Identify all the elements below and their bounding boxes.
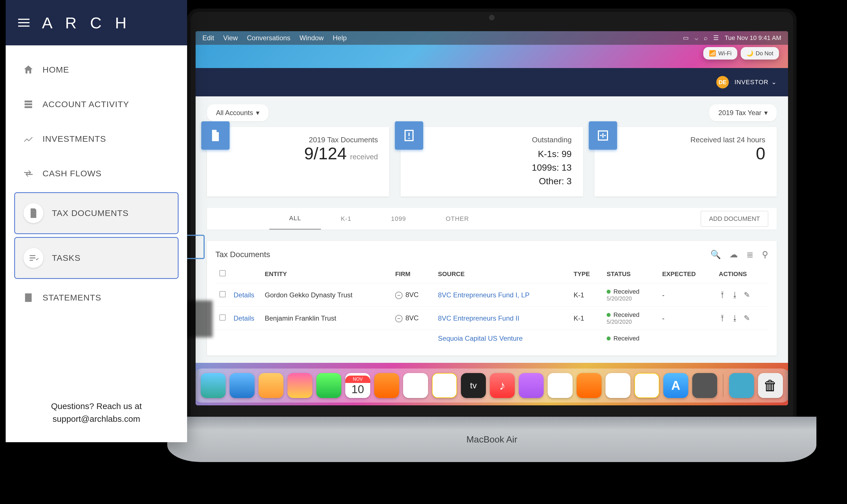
documents-table-panel: Tax Documents 🔍 ☁ ≣ ⚲ ENTITY [207,241,777,356]
table-row: Details Benjamin Franklin Trust 8VC 8VC … [215,307,768,330]
card-title: 2019 Tax Documents [309,136,378,144]
edit-icon[interactable]: ✎ [744,291,750,299]
upload-icon[interactable]: ⭱ [719,314,726,323]
user-role-dropdown[interactable]: INVESTOR ⌄ [735,78,777,86]
sidebar-item-home[interactable]: HOME [14,54,179,86]
details-link[interactable]: Details [234,314,254,322]
dock-app-messages[interactable] [201,373,226,398]
sidebar-item-statements[interactable]: STATEMENTS [14,282,179,313]
screen: Edit View Conversations Window Help ▭ ⌵ … [196,31,788,406]
table-title: Tax Documents [215,250,270,259]
tab-other[interactable]: OTHER [426,208,489,229]
cloud-download-icon[interactable]: ☁ [729,249,738,259]
cell-type: K-1 [570,307,603,330]
cc-dnd[interactable]: 🌙Do Not [741,47,779,59]
cell-expected: - [658,307,715,330]
menubar-item[interactable]: Help [333,34,347,42]
card-recent: Received last 24 hours 0 [594,127,777,196]
sidebar-item-cash-flows[interactable]: CASH FLOWS [14,158,179,190]
arch-app-window: DE INVESTOR ⌄ All Accounts▾ 2019 Tax Yea… [196,68,788,363]
dock-app-reminders[interactable] [403,373,428,398]
laptop-mockup: Edit View Conversations Window Help ▭ ⌵ … [167,8,816,490]
cell-source[interactable]: Sequoia Capital US Venture [438,335,523,342]
menubar-item[interactable]: Edit [202,34,214,42]
row-checkbox[interactable] [219,291,226,298]
dock-app-facetime[interactable] [316,373,341,398]
flow-icon [23,168,34,179]
caret-down-icon: ▾ [256,109,259,117]
cell-status: Received [603,330,658,347]
dock-app-pages[interactable] [634,373,659,398]
col-type[interactable]: TYPE [570,265,603,284]
dock-app-contacts[interactable] [374,373,399,398]
sidebar-nav: HOMEACCOUNT ACTIVITYINVESTMENTSCASH FLOW… [6,46,187,391]
dock-app-music[interactable]: ♪ [490,373,515,398]
search-icon[interactable]: 🔍 [710,249,721,259]
edit-icon[interactable]: ✎ [744,314,750,323]
dock-app-settings[interactable] [692,373,717,398]
tab-all[interactable]: ALL [269,208,321,230]
columns-icon[interactable]: ≣ [746,249,754,259]
sidebar-item-label: INVESTMENTS [42,134,106,144]
cell-source[interactable]: 8VC Entrepreneurs Fund II [434,307,570,330]
filter-icon[interactable]: ⚲ [762,249,768,259]
col-source[interactable]: SOURCE [434,265,570,284]
battery-icon: ▭ [683,34,689,42]
dock-app-podcasts[interactable] [519,373,544,398]
dock-app-calendar[interactable]: NOV 10 [345,373,370,398]
menubar-right: ▭ ⌵ ⌕ ☰ Tue Nov 10 9:41 AM [683,34,781,42]
add-document-button[interactable]: ADD DOCUMENT [701,211,768,227]
dock-app-photos[interactable] [287,373,312,398]
hamburger-icon[interactable] [18,19,30,26]
received-count: 9/124 [304,144,347,163]
col-entity[interactable]: ENTITY [261,265,391,284]
year-filter[interactable]: 2019 Tax Year▾ [709,104,777,121]
tab-1099[interactable]: 1099 [371,208,426,229]
dock-app-appstore[interactable]: A [663,373,688,398]
sidebar-item-tasks[interactable]: TASKS [14,237,179,279]
download-icon[interactable]: ⭳ [731,291,739,299]
upload-icon[interactable]: ⭱ [719,291,726,299]
dock-app-notes[interactable] [432,373,457,398]
dock-app-news[interactable] [548,373,573,398]
cell-status: Received5/20/2020 [603,307,658,330]
control-center-icon[interactable]: ☰ [713,34,719,42]
col-expected[interactable]: EXPECTED [658,265,715,284]
row-checkbox[interactable] [219,314,226,321]
dock-app-mail[interactable] [230,373,255,398]
menubar-item[interactable]: View [223,34,238,42]
select-all-checkbox[interactable] [219,270,226,276]
cc-wifi[interactable]: 📶Wi-Fi [703,47,737,59]
cell-source[interactable]: 8VC Entrepreneurs Fund I, LP [434,284,570,307]
tab-k1[interactable]: K-1 [321,208,371,229]
dock-app-maps[interactable] [258,373,284,398]
cell-status: Received5/20/2020 [603,284,658,307]
search-icon[interactable]: ⌕ [704,34,707,42]
col-firm[interactable]: FIRM [391,265,434,284]
support-email[interactable]: support@archlabs.com [17,412,176,425]
sidebar-item-tax-documents[interactable]: TAX DOCUMENTS [14,192,179,234]
dock-app-downloads[interactable] [729,373,754,398]
status-dot-icon [607,337,611,340]
table-row-overflow: Sequoia Capital US Venture Received [215,330,768,347]
dock-app-trash[interactable]: 🗑 [758,373,783,398]
avatar[interactable]: DE [716,76,729,88]
accounts-filter[interactable]: All Accounts▾ [207,104,268,121]
sidebar-item-account-activity[interactable]: ACCOUNT ACTIVITY [14,88,179,120]
status-dot-icon [607,290,611,294]
card-received: 2019 Tax Documents 9/124 received [207,127,389,196]
sidebar-item-label: HOME [42,65,69,75]
menubar-item[interactable]: Window [299,34,323,42]
dock-app-numbers[interactable] [606,373,630,398]
sidebar-item-investments[interactable]: INVESTMENTS [14,123,179,155]
sidebar-item-label: CASH FLOWS [42,169,102,178]
wifi-icon: ⌵ [695,34,698,42]
dock-app-keynote[interactable] [577,373,601,398]
menubar-item[interactable]: Conversations [247,34,290,42]
dock-app-tv[interactable]: tv [461,373,486,398]
laptop-base: MacBook Air [167,417,816,462]
macos-menubar: Edit View Conversations Window Help ▭ ⌵ … [196,31,788,45]
col-status[interactable]: STATUS [603,265,658,284]
download-icon[interactable]: ⭳ [731,314,739,323]
details-link[interactable]: Details [234,291,254,299]
